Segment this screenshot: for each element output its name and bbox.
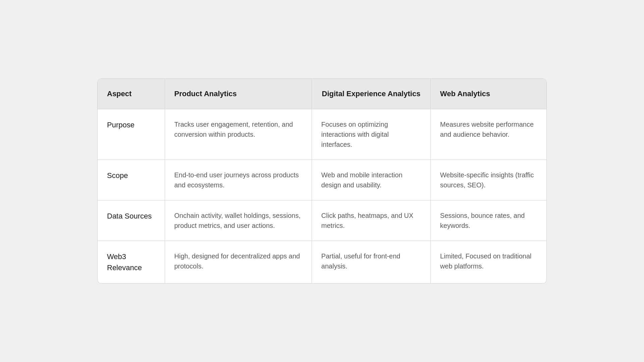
product-analytics-scope: End-to-end user journeys across products… [165, 160, 312, 200]
aspect-web3-relevance: Web3 Relevance [98, 241, 165, 284]
aspect-purpose: Purpose [98, 109, 165, 160]
comparison-table: Aspect Product Analytics Digital Experie… [98, 79, 546, 283]
table-header-row: Aspect Product Analytics Digital Experie… [98, 79, 546, 109]
comparison-table-wrapper: Aspect Product Analytics Digital Experie… [97, 78, 547, 284]
product-analytics-data-sources: Onchain activity, wallet holdings, sessi… [165, 200, 312, 241]
web-analytics-data-sources: Sessions, bounce rates, and keywords. [431, 200, 546, 241]
aspect-data-sources: Data Sources [98, 200, 165, 241]
table-row: Scope End-to-end user journeys across pr… [98, 160, 546, 200]
web-analytics-purpose: Measures website performance and audienc… [431, 109, 546, 160]
header-digital-experience: Digital Experience Analytics [312, 79, 430, 109]
header-aspect: Aspect [98, 79, 165, 109]
digital-experience-purpose: Focuses on optimizing interactions with … [312, 109, 430, 160]
product-analytics-web3-relevance: High, designed for decentralized apps an… [165, 241, 312, 284]
web-analytics-scope: Website-specific insights (traffic sourc… [431, 160, 546, 200]
header-web-analytics: Web Analytics [431, 79, 546, 109]
digital-experience-web3-relevance: Partial, useful for front-end analysis. [312, 241, 430, 284]
aspect-scope: Scope [98, 160, 165, 200]
table-row: Data Sources Onchain activity, wallet ho… [98, 200, 546, 241]
header-product-analytics: Product Analytics [165, 79, 312, 109]
digital-experience-data-sources: Click paths, heatmaps, and UX metrics. [312, 200, 430, 241]
table-row: Web3 Relevance High, designed for decent… [98, 241, 546, 284]
product-analytics-purpose: Tracks user engagement, retention, and c… [165, 109, 312, 160]
web-analytics-web3-relevance: Limited, Focused on traditional web plat… [431, 241, 546, 284]
digital-experience-scope: Web and mobile interaction design and us… [312, 160, 430, 200]
table-row: Purpose Tracks user engagement, retentio… [98, 109, 546, 160]
